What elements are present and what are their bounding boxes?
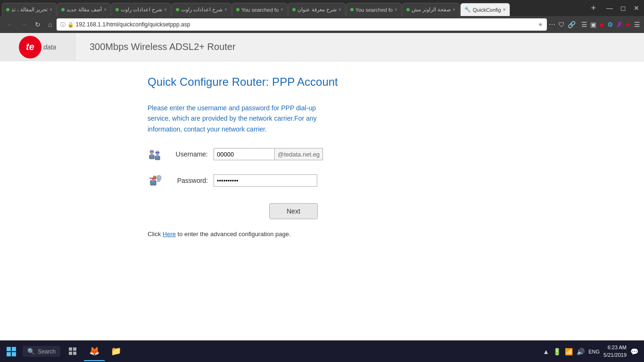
taskbar-search[interactable]: 🔍 Search	[23, 346, 60, 357]
advanced-config-link[interactable]: Here	[163, 230, 176, 238]
new-tab-button[interactable]: +	[587, 1, 600, 15]
svg-rect-21	[69, 352, 72, 355]
minimize-button[interactable]: ―	[603, 3, 616, 13]
tab-close-tab6[interactable]: ×	[337, 7, 341, 12]
tab-close-tab9[interactable]: ×	[501, 7, 506, 12]
language-indicator: ENG	[588, 349, 600, 354]
forward-button[interactable]: →	[18, 19, 30, 30]
settings-icon[interactable]: ⚙	[607, 21, 613, 28]
username-icon	[148, 146, 165, 163]
nav-bar: ← → ↻ ⌂ ⓘ 🔒 192.168.1.1/html/quickconfig…	[0, 16, 644, 33]
title-bar: تحرير المقالة ، تذ×أضف مقالة جديد×شرح اع…	[0, 0, 644, 16]
tab-label-tab7: You searched fo	[355, 7, 393, 13]
taskbar-right: ▲ 🔋 📶 🔊 ENG 6:23 AM 5/21/2019 💬	[543, 344, 642, 359]
svg-rect-7	[156, 152, 159, 153]
reload-button[interactable]: ↻	[32, 19, 43, 30]
svg-rect-19	[69, 347, 72, 351]
tab-close-tab3[interactable]: ×	[162, 7, 167, 12]
tab-tab3[interactable]: شرح اعدادات راوت×	[111, 3, 171, 16]
tab-tab6[interactable]: شرح معرفة عنوان×	[288, 3, 346, 16]
tab-label-tab5: You searched fo	[241, 7, 279, 13]
tab-close-tab7[interactable]: ×	[393, 7, 397, 12]
te-logo-circle: te	[19, 36, 41, 58]
security-icon: ⓘ 🔒	[60, 21, 74, 28]
advanced-suffix: to enter the advanced configuration page…	[176, 230, 291, 238]
router-header: te data 300Mbps Wireless ADSL2+ Router	[0, 33, 644, 61]
extensions-icon[interactable]: 🔗	[568, 21, 576, 28]
password-input[interactable]	[214, 174, 317, 187]
tab-label-tab3: شرح اعدادات راوت	[121, 7, 162, 13]
addon-icon2[interactable]: ★	[625, 21, 631, 28]
taskbar-item-firefox[interactable]: 🦊	[84, 342, 105, 361]
home-button[interactable]: ⌂	[45, 19, 55, 30]
router-title: 300Mbps Wireless ADSL2+ Router	[75, 41, 236, 52]
bookmark-icon[interactable]: ★	[538, 21, 543, 28]
advanced-config-link-row: Click Here to enter the advanced configu…	[148, 230, 496, 238]
svg-rect-20	[73, 347, 76, 351]
menu-button[interactable]: ☰	[634, 21, 640, 28]
tab-close-tab4[interactable]: ×	[223, 7, 227, 12]
taskbar: 🔍 Search 🦊 📁 ▲ 🔋 📶 🔊 ENG 6:23 AM 5/21/20…	[0, 340, 644, 362]
tab-tab5[interactable]: You searched fo×	[232, 3, 288, 16]
username-row: Username: @tedata.net.eg	[148, 146, 496, 163]
taskbar-items: 🦊 📁	[62, 342, 543, 361]
tab-label-tab4: شرح اعدادات راوت	[181, 7, 223, 13]
sidebar-icon[interactable]: ▣	[590, 21, 596, 28]
advanced-prefix: Click	[148, 230, 163, 238]
clock-area: 6:23 AM 5/21/2019	[603, 344, 627, 359]
close-button[interactable]: ✕	[631, 3, 642, 13]
tab-close-tab8[interactable]: ×	[451, 7, 455, 12]
tab-tab4[interactable]: شرح اعدادات راوت×	[172, 3, 231, 16]
tab-tab7[interactable]: You searched fo×	[346, 3, 402, 16]
page-content: Quick Configure Router: PPP Account Plea…	[0, 61, 644, 362]
svg-rect-16	[12, 347, 16, 351]
description-text: Please enter the username and password f…	[148, 103, 327, 134]
logo-area: te data	[0, 33, 75, 61]
next-button[interactable]: Next	[269, 203, 318, 219]
username-label: Username:	[170, 150, 208, 158]
pocket-icon[interactable]: ◆	[599, 21, 604, 28]
tab-tab2[interactable]: أضف مقالة جديد×	[57, 3, 111, 16]
battery-icon: 🔋	[553, 348, 561, 355]
taskbar-item-files[interactable]: 📁	[106, 342, 126, 361]
tab-close-tab5[interactable]: ×	[279, 7, 283, 12]
url-display: 192.168.1.1/html/quickconfig/quicksetppp…	[76, 21, 536, 28]
tab-label-tab2: أضف مقالة جديد	[66, 7, 102, 13]
te-logo-text: data	[43, 43, 56, 51]
search-label: Search	[38, 348, 56, 355]
tab-tab9[interactable]: 🔧QuickConfig×	[460, 3, 510, 16]
nav-extra-buttons: ⋯ 🛡 🔗	[549, 21, 576, 28]
username-input[interactable]	[214, 148, 275, 160]
tab-close-tab1[interactable]: ×	[48, 7, 52, 12]
svg-rect-17	[7, 352, 11, 356]
next-button-wrapper: Next	[208, 198, 496, 219]
password-row: Password:	[148, 172, 496, 189]
back-button[interactable]: ←	[4, 19, 16, 30]
username-input-group: @tedata.net.eg	[214, 148, 323, 160]
library-icon[interactable]: ☰	[581, 21, 587, 28]
restore-button[interactable]: ◻	[618, 3, 629, 13]
tab-label-tab8: صفحة الراوتر مش	[412, 7, 451, 13]
addon-icon1[interactable]: ✗	[616, 20, 622, 29]
clock-date: 5/21/2019	[603, 352, 627, 359]
network-icon: 📶	[565, 348, 573, 355]
volume-icon: 🔊	[577, 348, 585, 355]
svg-rect-6	[150, 151, 154, 152]
svg-rect-22	[73, 352, 76, 355]
taskbar-item-view[interactable]	[62, 342, 83, 361]
svg-rect-14	[157, 181, 160, 182]
tab-list: تحرير المقالة ، تذ×أضف مقالة جديد×شرح اع…	[2, 0, 587, 16]
notification-icon[interactable]: 💬	[630, 348, 638, 355]
more-button[interactable]: ⋯	[549, 21, 555, 28]
shield-icon[interactable]: 🛡	[558, 21, 565, 28]
username-domain-suffix: @tedata.net.eg	[275, 148, 323, 160]
tab-close-tab2[interactable]: ×	[102, 7, 107, 12]
tab-label-tab9: QuickConfig	[473, 7, 501, 13]
address-bar[interactable]: ⓘ 🔒 192.168.1.1/html/quickconfig/quickse…	[57, 18, 547, 31]
svg-rect-15	[7, 347, 11, 351]
tab-tab1[interactable]: تحرير المقالة ، تذ×	[2, 3, 57, 16]
tab-tab8[interactable]: صفحة الراوتر مش×	[402, 3, 460, 16]
svg-rect-13	[157, 180, 161, 181]
start-button[interactable]	[2, 342, 21, 361]
window-controls: ― ◻ ✕	[603, 3, 642, 13]
